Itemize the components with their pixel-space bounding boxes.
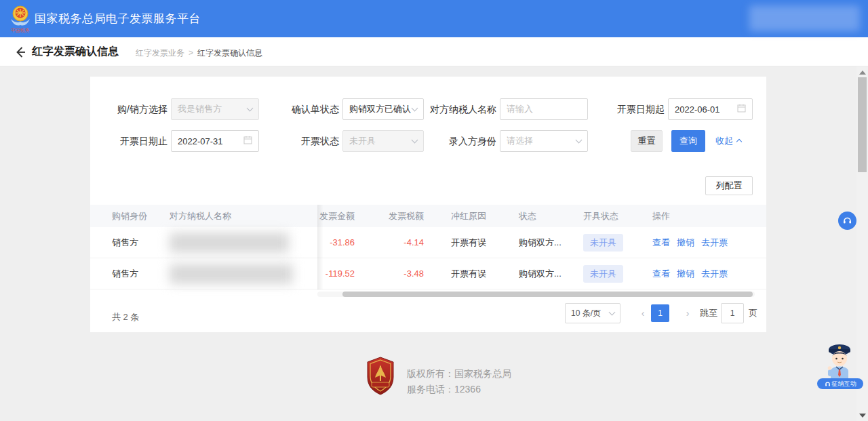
reset-button[interactable]: 重置	[631, 130, 663, 152]
cell-issue-status: 未开具	[583, 234, 652, 252]
cell-status: 购销双方...	[519, 268, 583, 280]
logo-caption: 中国税务	[11, 28, 30, 33]
col-header-identity: 购销身份	[90, 210, 170, 222]
next-page-button[interactable]: ›	[682, 303, 694, 323]
confirm-status-select[interactable]: 购销双方已确认	[342, 98, 424, 120]
buyer-seller-value: 我是销售方	[178, 103, 222, 115]
chevron-down-icon	[412, 136, 418, 143]
calendar-icon	[737, 104, 746, 115]
footer-text: 版权所有：国家税务总局 服务电话：12366	[407, 366, 511, 397]
page-title-bar: 红字发票确认信息 红字发票业务>红字发票确认信息	[0, 37, 868, 66]
headset-help-button[interactable]	[838, 212, 856, 230]
cell-amount: -119.52	[317, 268, 355, 279]
confirm-status-label: 确认单状态	[260, 98, 339, 120]
counterparty-name-placeholder: 请输入	[507, 103, 533, 115]
cell-identity: 销售方	[90, 268, 170, 280]
filter-row-1: 购/销方选择 我是销售方 确认单状态 购销双方已确认 对方纳税人名称 请输入 开…	[90, 98, 766, 120]
cell-amount: -31.86	[317, 237, 355, 247]
back-arrow-icon[interactable]	[14, 45, 27, 59]
cell-reason: 开票有误	[424, 268, 519, 280]
breadcrumb-section[interactable]: 红字发票业务	[136, 48, 184, 58]
col-header-reason: 冲红原因	[424, 210, 519, 222]
current-page-button[interactable]: 1	[651, 304, 669, 322]
collapse-label: 收起	[715, 136, 733, 146]
chevron-down-icon	[412, 104, 418, 111]
col-header-status: 状态	[519, 210, 583, 222]
issue-status-select[interactable]: 未开具	[342, 130, 424, 152]
invoice-date-from-label: 开票日期起	[606, 98, 665, 120]
prev-page-button[interactable]: ‹	[637, 303, 649, 323]
assistant-pill-label: 征纳互动	[832, 380, 856, 388]
cell-identity: 销售方	[90, 237, 170, 249]
view-link[interactable]: 查看	[652, 268, 670, 280]
jump-to-input[interactable]	[721, 303, 744, 323]
app-root: 中国税务 国家税务总局电子发票服务平台 红字发票确认信息 红字发票业务>红字发票…	[0, 0, 868, 421]
status-badge: 未开具	[583, 265, 623, 283]
cell-issue-status: 未开具	[583, 265, 652, 283]
view-link[interactable]: 查看	[652, 237, 670, 249]
issue-status-label: 开票状态	[260, 130, 339, 152]
col-header-tax: 发票税额	[355, 210, 424, 222]
counterparty-name-input[interactable]: 请输入	[500, 98, 588, 120]
invoice-date-from-input[interactable]: 2022-06-01	[668, 98, 753, 120]
cell-actions: 查看 撤销 去开票	[652, 237, 766, 249]
collapse-toggle[interactable]: 收起	[715, 130, 741, 152]
invoice-date-to-value: 2022-07-31	[178, 136, 223, 146]
scrollbar-up-arrow[interactable]	[859, 71, 866, 75]
page-size-value: 10 条/页	[571, 308, 601, 319]
cell-reason: 开票有误	[424, 237, 519, 249]
horizontal-scrollbar-thumb[interactable]	[342, 292, 753, 297]
chevron-up-icon	[736, 138, 742, 144]
page-title: 红字发票确认信息	[32, 45, 119, 59]
redacted-name	[170, 264, 293, 284]
breadcrumb-separator: >	[189, 48, 193, 58]
redacted-name	[170, 233, 289, 253]
assistant-pill[interactable]: 征纳互动	[817, 378, 863, 389]
cell-tax: -3.48	[355, 268, 424, 279]
calendar-icon	[243, 136, 252, 146]
cell-tax: -4.14	[355, 237, 424, 247]
col-header-issue-status: 开具状态	[583, 210, 652, 222]
issue-status-value: 未开具	[349, 135, 376, 147]
col-header-actions: 操作	[652, 210, 766, 222]
hotline-line: 服务电话：12366	[407, 382, 511, 397]
query-button[interactable]: 查询	[671, 130, 705, 152]
invoice-date-to-label: 开票日期止	[90, 130, 167, 152]
tax-bureau-logo-icon: 中国税务	[9, 4, 32, 37]
jump-to-label: 跳至	[700, 303, 717, 323]
cell-counterparty-redacted	[170, 233, 317, 253]
headset-icon	[842, 216, 852, 226]
filter-row-2: 开票日期止 2022-07-31 开票状态 未开具 录入方身份 请选择 重置 查…	[90, 130, 766, 152]
user-info-redacted[interactable]	[749, 5, 860, 31]
copyright-line: 版权所有：国家税务总局	[407, 366, 511, 382]
table-row: 销售方 -31.86 -4.14 开票有误 购销双方... 未开具 查看 撤销 …	[90, 227, 766, 258]
vertical-scrollbar-thumb[interactable]	[858, 77, 867, 172]
table-row: 销售方 -119.52 -3.48 开票有误 购销双方... 未开具 查看 撤销…	[90, 258, 766, 289]
app-header: 中国税务 国家税务总局电子发票服务平台	[0, 0, 868, 37]
breadcrumb-current: 红字发票确认信息	[197, 48, 262, 58]
tax-shield-logo-icon	[366, 357, 395, 399]
results-table: 购销身份 对方纳税人名称 发票金额 发票税额 冲红原因 状态 开具状态 操作 销…	[90, 205, 766, 289]
confirm-status-value: 购销双方已确认	[349, 103, 411, 115]
go-issue-link[interactable]: 去开票	[701, 237, 728, 249]
revoke-link[interactable]: 撤销	[677, 237, 694, 249]
column-config-button[interactable]: 列配置	[705, 176, 753, 195]
status-badge: 未开具	[583, 234, 623, 252]
platform-title: 国家税务总局电子发票服务平台	[35, 0, 201, 37]
chevron-down-icon	[576, 136, 583, 143]
go-issue-link[interactable]: 去开票	[701, 268, 728, 280]
invoice-date-to-input[interactable]: 2022-07-31	[171, 130, 259, 152]
col-header-amount: 发票金额	[317, 210, 355, 222]
chevron-down-icon	[609, 308, 616, 315]
scrollbar-down-arrow[interactable]	[859, 414, 866, 418]
counterparty-name-label: 对方纳税人名称	[420, 98, 496, 120]
entry-identity-select[interactable]: 请选择	[500, 130, 588, 152]
revoke-link[interactable]: 撤销	[677, 268, 694, 280]
total-count: 共 2 条	[112, 307, 139, 327]
cell-actions: 查看 撤销 去开票	[652, 268, 766, 280]
chevron-down-icon	[247, 104, 254, 111]
page-unit-label: 页	[749, 303, 757, 323]
buyer-seller-select[interactable]: 我是销售方	[171, 98, 259, 120]
page-size-select[interactable]: 10 条/页	[565, 303, 620, 323]
content-card: 购/销方选择 我是销售方 确认单状态 购销双方已确认 对方纳税人名称 请输入 开…	[90, 77, 766, 332]
